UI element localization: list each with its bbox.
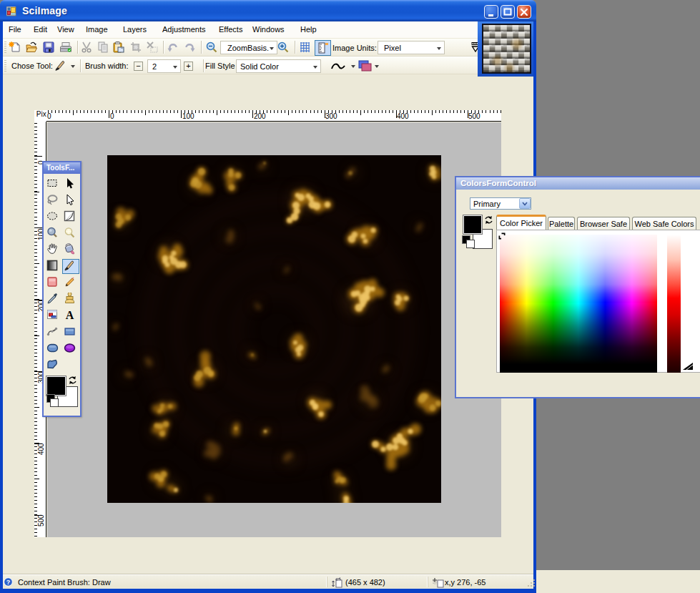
svg-text:A: A	[66, 309, 74, 321]
svg-text:?: ?	[6, 579, 11, 586]
